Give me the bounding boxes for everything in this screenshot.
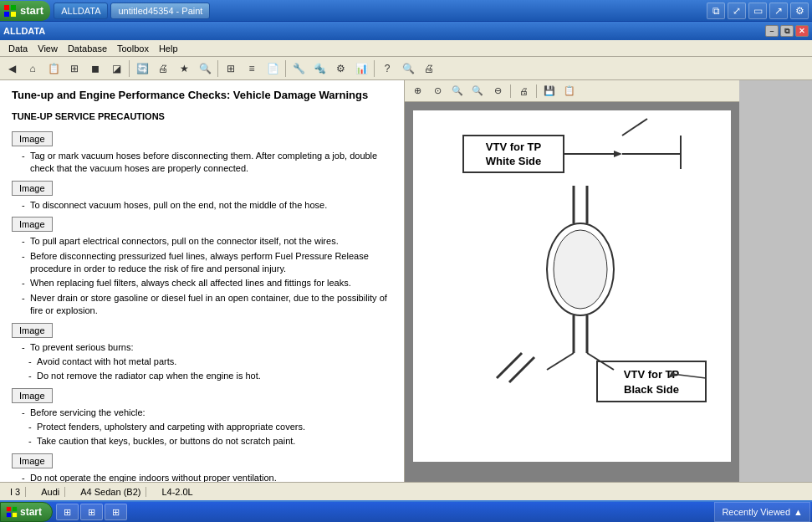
image-btn-5[interactable]: Image	[12, 388, 53, 403]
start-button-bottom[interactable]: start	[0, 502, 53, 522]
image-btn-1[interactable]: Image	[12, 131, 53, 146]
menu-view[interactable]: View	[33, 42, 63, 55]
model-status: A4 Sedan (B2)	[75, 487, 146, 497]
content-block-2: Image To disconnect vacuum hoses, pull o…	[12, 177, 392, 212]
svg-text:Black Side: Black Side	[624, 383, 679, 396]
alldata-taskbar-btn[interactable]: ALLDATA	[54, 3, 108, 19]
nav4-button[interactable]: ◼	[85, 59, 105, 79]
wrench-button[interactable]: 🔧	[289, 59, 309, 79]
zoom-in-button[interactable]: ⊕	[408, 83, 426, 100]
recently-viewed-button[interactable]: Recently Viewed ▲	[714, 502, 810, 522]
zoom-fit-button[interactable]: ⊙	[428, 83, 447, 100]
start-label-top: start	[20, 4, 43, 17]
menu-toolbox[interactable]: Toolbox	[112, 42, 154, 55]
print-img-button[interactable]: 🖨	[514, 83, 533, 100]
bullet-list-2: To disconnect vacuum hoses, pull on the …	[22, 199, 392, 212]
menu-database[interactable]: Database	[63, 42, 112, 55]
img-toolbar-separator-1	[510, 84, 511, 98]
svg-rect-2	[4, 12, 9, 17]
toolbar-separator-3	[285, 60, 286, 77]
nav5-button[interactable]: ◪	[106, 59, 126, 79]
print2-button[interactable]: 🖨	[153, 59, 173, 79]
image-panel: VTV for TP White Side	[405, 102, 739, 482]
info-button[interactable]: 🔍	[398, 59, 418, 79]
taskbar-icon-2: ⊞	[88, 507, 95, 518]
app-titlebar: ALLDATA – ⧉ ✕	[0, 22, 812, 40]
settings-icon[interactable]: ⚙	[790, 3, 809, 19]
sub-bullet-item: Do not remove the radiator cap when the …	[28, 370, 392, 382]
tool4-button[interactable]: 📊	[351, 59, 371, 79]
sub-bullet-item: Protect fenders, upholstery and carpetin…	[28, 421, 392, 433]
restore-icon[interactable]: ⤢	[728, 3, 746, 19]
zoom-out2-button[interactable]: 🔍	[468, 83, 487, 100]
content-block-5: Image Before servicing the vehicle: Prot…	[12, 385, 392, 448]
img-toolbar-separator-2	[536, 84, 537, 98]
svg-rect-1	[11, 5, 16, 10]
nav2-button[interactable]: 📋	[43, 59, 64, 79]
print1-button[interactable]: 🔄	[132, 59, 152, 79]
nav1-button[interactable]: ⌂	[23, 59, 43, 79]
image-btn-6[interactable]: Image	[12, 453, 53, 468]
svg-rect-0	[4, 5, 9, 10]
save-img-button[interactable]: 💾	[540, 83, 559, 100]
print3-button[interactable]: 🖨	[419, 59, 439, 79]
image-btn-3[interactable]: Image	[12, 217, 53, 232]
toolbar-separator-4	[374, 60, 375, 77]
sub-bullet-item: Avoid contact with hot metal parts.	[28, 356, 392, 368]
list-button[interactable]: ≡	[242, 59, 262, 79]
bullet-item: Do not operate the engine indoors withou…	[22, 472, 392, 482]
sub-list-4: Avoid contact with hot metal parts. Do n…	[28, 356, 392, 383]
copy-img-button[interactable]: 📋	[560, 83, 579, 100]
bullet-list-3: To pull apart electrical connectors, pul…	[22, 235, 392, 317]
taskbar-top: start ALLDATA untitled45354 - Paint ⧉ ⤢ …	[0, 0, 812, 22]
recently-viewed-chevron: ▲	[794, 507, 803, 517]
back-button[interactable]: ◀	[2, 59, 22, 79]
restore-button[interactable]: ⧉	[780, 25, 794, 37]
maximize-icon[interactable]: ▭	[748, 3, 767, 19]
image-btn-2[interactable]: Image	[12, 181, 53, 196]
bullet-list-1: Tag or mark vacuum hoses before disconne…	[22, 150, 392, 176]
content-block-1: Image Tag or mark vacuum hoses before di…	[12, 128, 392, 176]
svg-text:White Side: White Side	[486, 155, 541, 167]
taskbar-app-btn-2[interactable]: ⊞	[80, 504, 103, 520]
help-button[interactable]: ?	[377, 59, 397, 79]
bullet-item: Tag or mark vacuum hoses before disconne…	[22, 150, 392, 176]
sub-bullet-item: Take caution that keys, buckles, or butt…	[28, 435, 392, 448]
make-status: Audi	[36, 487, 65, 497]
doc-button[interactable]: 📄	[263, 59, 283, 79]
paint-taskbar-btn[interactable]: untitled45354 - Paint	[110, 3, 210, 19]
send-icon[interactable]: ↗	[769, 3, 788, 19]
taskbar-icon-1: ⊞	[64, 507, 71, 518]
bullet-item: To prevent serious burns:	[22, 341, 392, 354]
menu-help[interactable]: Help	[154, 42, 183, 55]
start-button-top[interactable]: start	[0, 1, 50, 21]
page-status: I 3	[5, 487, 26, 497]
minimize-all-icon[interactable]: ⧉	[707, 3, 725, 19]
grid-button[interactable]: ⊞	[221, 59, 241, 79]
svg-rect-3	[11, 12, 16, 17]
diagram-svg: VTV for TP White Side	[413, 110, 731, 462]
image-btn-4[interactable]: Image	[12, 323, 53, 338]
taskbar-app-btn-3[interactable]: ⊞	[105, 504, 127, 520]
svg-marker-8	[614, 151, 622, 157]
search-button[interactable]: 🔍	[195, 59, 215, 79]
bookmark-button[interactable]: ★	[174, 59, 194, 79]
svg-line-22	[547, 353, 574, 370]
zoom-out-button[interactable]: ⊖	[488, 83, 507, 100]
taskbar-bottom: start ⊞ ⊞ ⊞ Recently Viewed ▲	[0, 500, 812, 522]
zoom-mode-button[interactable]: 🔍	[448, 83, 467, 100]
bullet-item: Before servicing the vehicle:	[22, 407, 392, 419]
paint-label: untitled45354 - Paint	[118, 6, 202, 16]
engine-status: L4-2.0L	[156, 487, 197, 497]
taskbar-app-btn-1[interactable]: ⊞	[56, 504, 79, 520]
nav3-button[interactable]: ⊞	[64, 59, 84, 79]
svg-text:VTV for TP: VTV for TP	[486, 141, 542, 153]
toolbar-separator-2	[217, 60, 218, 77]
tool3-button[interactable]: ⚙	[330, 59, 350, 79]
taskbar-icon-3: ⊞	[112, 507, 120, 518]
menu-data[interactable]: Data	[3, 42, 33, 55]
close-button[interactable]: ✕	[795, 25, 809, 37]
toolbar: ◀ ⌂ 📋 ⊞ ◼ ◪ 🔄 🖨 ★ 🔍 ⊞ ≡ 📄 🔧 🔩 ⚙ 📊 ? 🔍 🖨	[0, 57, 812, 80]
tool2-button[interactable]: 🔩	[309, 59, 329, 79]
minimize-button[interactable]: –	[765, 25, 779, 37]
